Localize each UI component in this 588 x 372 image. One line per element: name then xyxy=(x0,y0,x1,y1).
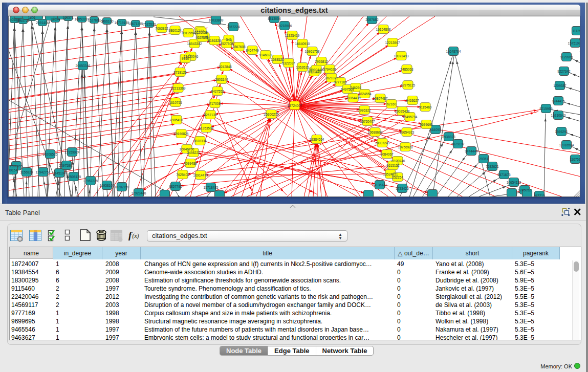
svg-text:16046766: 16046766 xyxy=(180,147,194,151)
svg-text:15720407: 15720407 xyxy=(360,120,375,123)
svg-text:20694: 20694 xyxy=(51,17,60,21)
svg-text:6879197: 6879197 xyxy=(451,142,465,146)
svg-text:8938923: 8938923 xyxy=(442,135,455,139)
svg-text:25300275: 25300275 xyxy=(264,113,279,116)
svg-text:16914479: 16914479 xyxy=(193,173,208,177)
svg-text:8215955: 8215955 xyxy=(539,107,553,111)
svg-text:8990448: 8990448 xyxy=(310,68,323,72)
svg-text:12505135: 12505135 xyxy=(67,175,81,179)
svg-text:19756928: 19756928 xyxy=(398,145,413,149)
svg-text:10973493: 10973493 xyxy=(394,54,409,58)
svg-text:2803144: 2803144 xyxy=(215,78,228,81)
svg-text:7986322: 7986322 xyxy=(358,108,371,112)
svg-text:6322037: 6322037 xyxy=(282,61,295,65)
svg-text:10719155: 10719155 xyxy=(115,21,129,25)
svg-text:9527508: 9527508 xyxy=(220,42,233,46)
svg-text:9474444: 9474444 xyxy=(465,149,478,153)
svg-text:16648784: 16648784 xyxy=(446,50,461,53)
svg-text:116753: 116753 xyxy=(570,158,580,161)
svg-text:17359924: 17359924 xyxy=(65,150,80,154)
svg-text:10120746: 10120746 xyxy=(390,159,405,163)
svg-text:1156829: 1156829 xyxy=(20,170,33,174)
svg-text:9860124: 9860124 xyxy=(168,29,182,32)
svg-text:16495794: 16495794 xyxy=(403,115,418,119)
svg-text:62160: 62160 xyxy=(387,102,396,106)
svg-text:16154808: 16154808 xyxy=(376,28,391,31)
svg-text:8912954: 8912954 xyxy=(182,31,195,35)
svg-text:4099489: 4099489 xyxy=(184,162,197,165)
svg-text:16961758: 16961758 xyxy=(305,50,320,53)
svg-text:1615152: 1615152 xyxy=(386,164,400,167)
svg-text:1209387: 1209387 xyxy=(553,84,567,87)
svg-text:7625402: 7625402 xyxy=(176,173,189,177)
svg-text:1985498: 1985498 xyxy=(170,118,183,122)
svg-text:3824554: 3824554 xyxy=(358,92,372,96)
svg-text:6466160: 6466160 xyxy=(100,19,114,23)
svg-text:19166825: 19166825 xyxy=(174,132,189,136)
svg-text:10688609: 10688609 xyxy=(368,130,383,134)
svg-text:9115460: 9115460 xyxy=(419,105,432,109)
svg-text:1145194: 1145194 xyxy=(53,171,66,175)
svg-text:16543382: 16543382 xyxy=(187,42,202,46)
svg-text:10958107: 10958107 xyxy=(100,184,115,187)
svg-text:12213369: 12213369 xyxy=(171,86,186,90)
svg-text:10671355: 10671355 xyxy=(128,22,143,26)
svg-text:12213967: 12213967 xyxy=(385,41,400,45)
svg-text:7485063: 7485063 xyxy=(400,68,413,71)
svg-text:20206526: 20206526 xyxy=(43,152,58,156)
svg-text:15751074: 15751074 xyxy=(568,41,580,45)
svg-text:2055721: 2055721 xyxy=(16,19,30,23)
svg-text:2867608: 2867608 xyxy=(232,45,246,49)
svg-text:7857224: 7857224 xyxy=(227,25,240,29)
svg-text:10025438: 10025438 xyxy=(395,110,410,113)
svg-text:19218506: 19218506 xyxy=(277,24,292,28)
svg-text:1621072: 1621072 xyxy=(325,76,338,80)
svg-text:20053346: 20053346 xyxy=(76,64,91,68)
svg-text:10033809: 10033809 xyxy=(209,18,224,22)
svg-text:1569291: 1569291 xyxy=(555,130,568,134)
svg-text:1406: 1406 xyxy=(28,16,36,19)
svg-text:11125: 11125 xyxy=(572,29,580,33)
svg-text:2620655: 2620655 xyxy=(10,164,23,168)
svg-text:1362615: 1362615 xyxy=(296,65,309,69)
svg-text:17016504: 17016504 xyxy=(559,143,574,147)
svg-text:18724007: 18724007 xyxy=(288,104,302,107)
svg-text:746266: 746266 xyxy=(350,86,361,90)
svg-text:1610755: 1610755 xyxy=(169,101,182,104)
svg-text:9777169: 9777169 xyxy=(334,80,347,84)
svg-text:17957225: 17957225 xyxy=(83,179,98,183)
svg-text:7515526: 7515526 xyxy=(143,23,156,26)
svg-text:(x): (x) xyxy=(132,232,139,239)
svg-text:8267130: 8267130 xyxy=(204,113,217,117)
svg-text:1733426: 1733426 xyxy=(396,187,409,190)
svg-text:15718485: 15718485 xyxy=(204,186,219,189)
svg-text:16210643: 16210643 xyxy=(551,114,566,117)
svg-text:9699695: 9699695 xyxy=(420,123,433,126)
svg-text:3498222: 3498222 xyxy=(187,151,200,155)
svg-text:23975867: 23975867 xyxy=(59,164,74,167)
svg-text:10654112: 10654112 xyxy=(507,181,521,184)
svg-text:39154: 39154 xyxy=(8,168,17,172)
svg-text:9527506: 9527506 xyxy=(195,36,209,39)
svg-text:8427552: 8427552 xyxy=(211,90,224,93)
svg-text:5226058: 5226058 xyxy=(194,31,208,34)
svg-text:16782759: 16782759 xyxy=(115,185,129,189)
svg-text:9129966: 9129966 xyxy=(560,55,573,59)
svg-text:29351: 29351 xyxy=(479,157,488,161)
svg-text:8813054: 8813054 xyxy=(268,17,281,20)
svg-text:9227342: 9227342 xyxy=(557,70,571,73)
svg-text:1527602: 1527602 xyxy=(88,18,101,22)
svg-text:18807249: 18807249 xyxy=(375,141,390,145)
svg-text:6794028: 6794028 xyxy=(323,68,336,71)
svg-text:19384554: 19384554 xyxy=(310,138,324,141)
svg-text:9890: 9890 xyxy=(182,57,189,60)
svg-text:9245052: 9245052 xyxy=(518,188,531,192)
svg-text:9857791: 9857791 xyxy=(169,185,182,188)
svg-text:12975115: 12975115 xyxy=(401,83,416,87)
svg-text:12923446: 12923446 xyxy=(132,191,146,195)
svg-text:2087682: 2087682 xyxy=(365,18,379,21)
svg-text:16640910: 16640910 xyxy=(295,42,310,46)
svg-text:164095: 164095 xyxy=(430,128,441,132)
svg-text:9242848: 9242848 xyxy=(219,65,232,69)
svg-text:9463627: 9463627 xyxy=(406,99,419,102)
